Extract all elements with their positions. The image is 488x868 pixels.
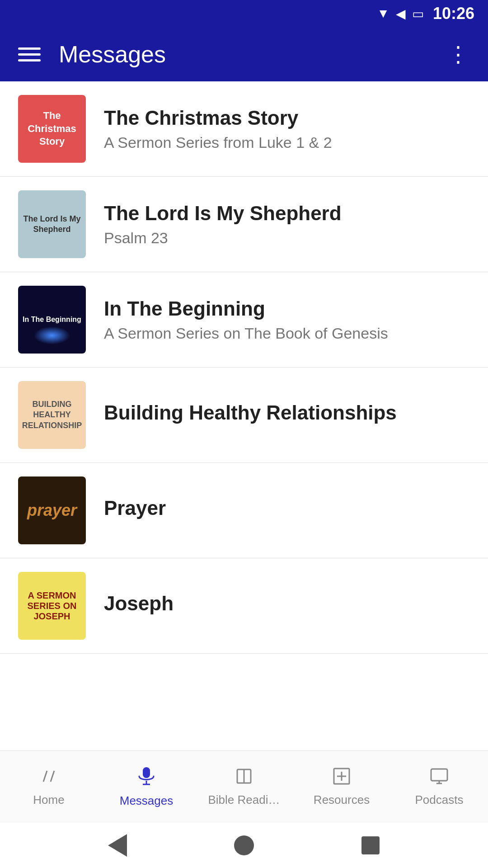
- bottom-nav: Home Messages Bible Readi… Resources Pod…: [0, 750, 488, 823]
- series-text: Joseph: [104, 592, 470, 619]
- nav-icon-podcasts: [429, 767, 449, 789]
- nav-item-bible-reading[interactable]: Bible Readi…: [195, 751, 293, 823]
- series-subtitle: Psalm 23: [104, 229, 470, 247]
- nav-icon-home: [40, 767, 58, 789]
- signal-icon: ◀: [396, 6, 406, 21]
- nav-label-resources: Resources: [314, 793, 370, 807]
- list-item[interactable]: Building Healthy RelationshipBuilding He…: [0, 368, 488, 463]
- list-item[interactable]: The Christmas StoryThe Christmas StoryA …: [0, 81, 488, 177]
- series-thumbnail: The Christmas Story: [18, 95, 86, 163]
- series-subtitle: A Sermon Series on The Book of Genesis: [104, 325, 470, 342]
- series-text: The Christmas StoryA Sermon Series from …: [104, 107, 470, 151]
- series-thumbnail: Building Healthy Relationship: [18, 381, 86, 449]
- series-text: Prayer: [104, 497, 470, 524]
- series-text: In The BeginningA Sermon Series on The B…: [104, 297, 470, 342]
- series-title: Joseph: [104, 592, 470, 615]
- series-title: Building Healthy Relationships: [104, 401, 470, 424]
- more-options-button[interactable]: ⋮: [447, 42, 470, 67]
- list-item[interactable]: The Lord Is My ShepherdThe Lord Is My Sh…: [0, 177, 488, 272]
- back-button[interactable]: [106, 834, 129, 857]
- series-text: The Lord Is My ShepherdPsalm 23: [104, 202, 470, 247]
- nav-item-home[interactable]: Home: [0, 751, 98, 823]
- system-nav: [0, 823, 488, 868]
- svg-line-0: [43, 771, 47, 782]
- nav-label-messages: Messages: [120, 794, 174, 808]
- series-title: Prayer: [104, 497, 470, 519]
- wifi-icon: ▼: [377, 6, 389, 21]
- nav-item-podcasts[interactable]: Podcasts: [390, 751, 488, 823]
- svg-rect-10: [431, 769, 447, 781]
- nav-icon-bible-reading: [235, 767, 253, 789]
- series-thumbnail: A SERMON SERIES ON JOSEPH: [18, 572, 86, 640]
- series-thumbnail: prayer: [18, 476, 86, 544]
- home-button[interactable]: [233, 834, 255, 857]
- series-subtitle: A Sermon Series from Luke 1 & 2: [104, 134, 470, 151]
- nav-icon-resources: [333, 767, 351, 789]
- series-title: The Lord Is My Shepherd: [104, 202, 470, 225]
- series-title: The Christmas Story: [104, 107, 470, 129]
- recents-button[interactable]: [359, 834, 382, 857]
- nav-item-messages[interactable]: Messages: [98, 751, 195, 823]
- svg-line-1: [51, 771, 54, 782]
- list-item[interactable]: In The BeginningIn The BeginningA Sermon…: [0, 272, 488, 368]
- nav-label-home: Home: [33, 793, 64, 807]
- page-title: Messages: [59, 41, 447, 68]
- series-thumbnail: In The Beginning: [18, 286, 86, 354]
- hamburger-menu[interactable]: [18, 47, 41, 61]
- nav-label-bible-reading: Bible Readi…: [208, 793, 280, 807]
- status-icons: ▼ ◀ ▭: [377, 6, 424, 21]
- series-title: In The Beginning: [104, 297, 470, 320]
- series-list: The Christmas StoryThe Christmas StoryA …: [0, 81, 488, 750]
- nav-icon-messages: [137, 766, 155, 790]
- svg-rect-2: [143, 767, 150, 778]
- status-time: 10:26: [433, 4, 474, 23]
- nav-label-podcasts: Podcasts: [415, 793, 464, 807]
- list-item[interactable]: prayerPrayer: [0, 463, 488, 558]
- series-text: Building Healthy Relationships: [104, 401, 470, 429]
- nav-item-resources[interactable]: Resources: [293, 751, 390, 823]
- app-bar: Messages ⋮: [0, 27, 488, 81]
- list-item[interactable]: A SERMON SERIES ON JOSEPHJoseph: [0, 558, 488, 654]
- series-thumbnail: The Lord Is My Shepherd: [18, 190, 86, 258]
- status-bar: ▼ ◀ ▭ 10:26: [0, 0, 488, 27]
- battery-icon: ▭: [412, 6, 424, 21]
